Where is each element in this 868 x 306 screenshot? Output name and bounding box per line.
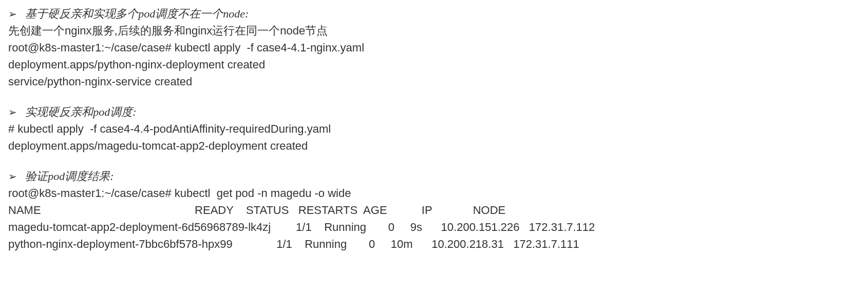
spacer [8,154,860,167]
section2-heading-line: ➢ 实现硬反亲和pod调度: [8,103,860,120]
bullet-icon: ➢ [8,104,17,120]
section1-heading: 基于硬反亲和实现多个pod调度不在一个node: [25,7,249,20]
pod-table: NAME READY STATUS RESTARTS AGE IP NODE m… [8,202,860,253]
section1-out2: service/python-nginx-service created [8,73,860,90]
section2-heading: 实现硬反亲和pod调度: [25,105,136,118]
section2-out1: deployment.apps/magedu-tomcat-app2-deplo… [8,137,860,154]
spacer [8,90,860,102]
section3-heading: 验证pod调度结果: [25,170,114,183]
section1-cmd1: root@k8s-master1:~/case/case# kubectl ap… [8,39,860,56]
section1-heading-line: ➢ 基于硬反亲和实现多个pod调度不在一个node: [8,5,860,22]
bullet-icon: ➢ [8,6,17,22]
section3-heading-line: ➢ 验证pod调度结果: [8,168,860,185]
bullet-icon: ➢ [8,169,17,184]
section3-cmd1: root@k8s-master1:~/case/case# kubectl ge… [8,185,860,202]
section1-desc: 先创建一个nginx服务,后续的服务和nginx运行在同一个node节点 [8,22,860,39]
section2-cmd1: # kubectl apply -f case4-4.4-podAntiAffi… [8,120,860,137]
section1-out1: deployment.apps/python-nginx-deployment … [8,56,860,73]
